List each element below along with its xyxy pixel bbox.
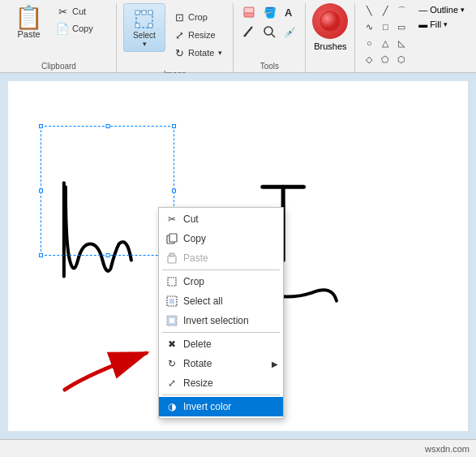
ctx-invert-selection-icon	[165, 314, 178, 327]
canvas-area[interactable]: ✂ Cut Copy Paste	[0, 73, 476, 439]
svg-rect-2	[142, 11, 146, 15]
context-menu: ✂ Cut Copy Paste	[158, 207, 284, 419]
ctx-resize[interactable]: ⤢ Resize	[159, 373, 283, 393]
handle-bottom-left	[39, 253, 43, 257]
paste-button[interactable]: 📋 Paste	[8, 3, 49, 42]
ctx-select-all[interactable]: Select all	[159, 291, 283, 311]
handle-mid-left	[39, 189, 43, 193]
ctx-crop-icon	[165, 275, 178, 288]
diagonal-shape[interactable]: ╱	[378, 3, 392, 18]
shapes-group: ╲ ╱ ⌒ ∿ □ ▭ ○ △ ◺ ◇ ⬠ ⬡ → ↗ ⇒	[355, 3, 474, 72]
handle-top-right	[172, 124, 176, 128]
brushes-button[interactable]	[312, 3, 348, 39]
select-button[interactable]: Select ▾	[123, 3, 165, 52]
ctx-rotate-icon: ↻	[165, 357, 178, 370]
resize-icon: ⤢	[173, 28, 186, 41]
fill-button[interactable]: ▬ Fill ▾	[415, 18, 468, 31]
svg-rect-3	[148, 11, 152, 15]
pentagon-shape[interactable]: ⬠	[378, 52, 392, 67]
hexagon-shape[interactable]: ⬡	[394, 52, 409, 67]
rotate-icon: ↻	[173, 46, 186, 59]
red-arrow	[49, 325, 162, 398]
eraser-tool[interactable]	[240, 3, 258, 21]
svg-rect-17	[169, 234, 177, 242]
outline-icon: —	[418, 5, 427, 15]
curve-shape[interactable]: ⌒	[394, 3, 409, 18]
copy-button[interactable]: 📄 Copy	[53, 20, 109, 37]
ctx-copy[interactable]: Copy	[159, 229, 283, 248]
ctx-sep-2	[162, 332, 280, 333]
resize-button[interactable]: ⤢ Resize	[169, 27, 226, 43]
magnify-tool[interactable]	[260, 23, 278, 41]
crop-icon: ⊡	[173, 11, 186, 24]
roundrect-shape[interactable]: ▭	[394, 19, 409, 34]
ctx-paste-icon	[165, 252, 178, 265]
ctx-sep-3	[162, 394, 280, 395]
cut-copy-buttons: ✂ Cut 📄 Copy	[53, 3, 109, 37]
svg-line-13	[272, 34, 275, 37]
select-icon	[133, 8, 156, 31]
ctx-resize-icon: ⤢	[165, 377, 178, 390]
selection-box	[41, 126, 174, 256]
diamond-shape[interactable]: ◇	[362, 52, 376, 67]
cut-button[interactable]: ✂ Cut	[53, 3, 109, 19]
svg-rect-4	[135, 24, 139, 28]
toolbar: 📋 Paste ✂ Cut 📄 Copy Clipboard	[0, 0, 476, 73]
handle-bottom-mid	[105, 253, 109, 257]
statusbar: wsxdn.com	[0, 439, 476, 457]
rotate-button[interactable]: ↻ Rotate ▾	[169, 45, 226, 61]
freeform-shape[interactable]: ∿	[362, 19, 376, 34]
ctx-invert-color-icon: ◑	[165, 400, 178, 413]
svg-point-15	[320, 11, 340, 31]
svg-text:💉: 💉	[284, 26, 296, 38]
svg-rect-1	[135, 11, 139, 15]
fill-tool[interactable]: 🪣	[260, 3, 278, 21]
clipboard-group: 📋 Paste ✂ Cut 📄 Copy Clipboard	[2, 3, 117, 72]
rect-shape[interactable]: □	[378, 19, 392, 34]
ctx-crop[interactable]: Crop	[159, 272, 283, 291]
outline-button[interactable]: — Outline ▾	[415, 3, 468, 16]
paste-icon: 📋	[15, 6, 43, 29]
ctx-select-all-icon	[165, 295, 178, 308]
svg-rect-22	[169, 299, 174, 304]
ctx-paste: Paste	[159, 248, 283, 268]
ctx-rotate[interactable]: ↻ Rotate ▶	[159, 354, 283, 373]
cut-icon: ✂	[56, 5, 69, 18]
ctx-copy-icon	[165, 232, 178, 245]
handle-mid-right	[172, 189, 176, 193]
copy-icon: 📄	[56, 22, 69, 35]
status-website: wsxdn.com	[425, 444, 470, 454]
ctx-cut-icon: ✂	[165, 213, 178, 226]
pencil-tool[interactable]	[240, 23, 258, 41]
text-tool[interactable]: A	[281, 3, 298, 21]
ellipse-shape[interactable]: ○	[362, 36, 376, 50]
svg-rect-7	[244, 7, 254, 13]
ctx-invert-color[interactable]: ◑ Invert color	[159, 397, 283, 416]
tools-label: Tools	[260, 62, 279, 72]
rtriangle-shape[interactable]: ◺	[394, 36, 409, 50]
ctx-rotate-arrow: ▶	[272, 360, 278, 369]
ctx-sep-1	[162, 269, 280, 270]
eyedrop-tool[interactable]: 💉	[281, 23, 298, 41]
svg-rect-19	[169, 253, 174, 257]
fill-icon: ▬	[418, 19, 427, 29]
ctx-delete[interactable]: ✖ Delete	[159, 334, 283, 354]
svg-rect-24	[169, 318, 174, 323]
handle-top-mid	[105, 124, 109, 128]
handle-top-left	[39, 124, 43, 128]
svg-rect-20	[168, 278, 176, 286]
image-sub-buttons: ⊡ Crop ⤢ Resize ↻ Rotate ▾	[169, 3, 226, 67]
ctx-delete-icon: ✖	[165, 338, 178, 351]
svg-point-12	[264, 27, 272, 35]
ctx-cut[interactable]: ✂ Cut	[159, 209, 283, 229]
tools-group: 🪣 A 💉 Tools	[234, 3, 306, 72]
triangle-shape[interactable]: △	[378, 36, 392, 50]
crop-button[interactable]: ⊡ Crop	[169, 9, 226, 25]
line-shape[interactable]: ╲	[362, 3, 376, 18]
image-group: Select ▾ ⊡ Crop ⤢ Resize ↻ Rotate ▾ Im	[117, 3, 234, 72]
svg-rect-5	[148, 24, 152, 28]
ctx-invert-selection[interactable]: Invert selection	[159, 311, 283, 330]
brushes-group: Brushes	[306, 3, 355, 72]
canvas[interactable]: ✂ Cut Copy Paste	[8, 81, 468, 431]
svg-text:🪣: 🪣	[264, 6, 277, 19]
